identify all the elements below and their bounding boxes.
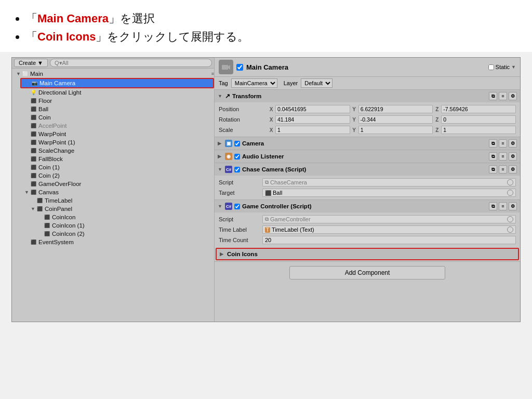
tree-item-main-camera[interactable]: 📷 Main Camera: [20, 78, 214, 88]
chase-script-label: Script: [219, 179, 260, 185]
gc-enabled-checkbox[interactable]: [234, 204, 240, 209]
camera-gear-btn[interactable]: ⚙: [509, 139, 517, 148]
coinpanel-children: ⬛ CoinIcon ⬛ CoinIcon (1) ⬛: [26, 213, 214, 238]
tag-select[interactable]: MainCamera: [231, 78, 277, 88]
gc-timecount-value: 20: [262, 236, 516, 244]
dir-light-icon: 💡: [30, 89, 37, 96]
camera-header[interactable]: ▶ ▣ Camera ⧉ ≡ ⚙: [215, 137, 520, 150]
gc-copy-btn[interactable]: ⧉: [489, 202, 497, 210]
camera-copy-btn[interactable]: ⧉: [489, 139, 497, 148]
coin-icons-row[interactable]: ▶ Coin Icons: [216, 248, 519, 260]
tree-item-coinicon1[interactable]: ⬛ CoinIcon (1): [34, 221, 214, 230]
gc-script-row: Script ⧉ GameController: [219, 214, 516, 224]
tree-item-coin1[interactable]: ⬛ Coin (1): [20, 163, 214, 171]
audio-enabled-checkbox[interactable]: [234, 154, 240, 159]
tree-item-coinicon[interactable]: ⬛ CoinIcon: [34, 213, 214, 221]
search-input[interactable]: [50, 59, 212, 67]
chase-gear-btn[interactable]: ⚙: [509, 165, 517, 174]
inspector-header: Main Camera Static ▼: [215, 58, 520, 77]
coinpanel-label: CoinPanel: [45, 206, 72, 212]
tree-item-warppoint[interactable]: ⬛ WarpPoint: [20, 130, 214, 138]
warppoint-icon: ⬛: [30, 130, 37, 138]
gc-gear-btn[interactable]: ⚙: [509, 202, 517, 210]
tree-item-eventsystem[interactable]: ⬛ EventSystem: [20, 238, 214, 246]
chase-script-value: ⧉ ChaseCamera: [262, 178, 516, 187]
scale-x-field[interactable]: [275, 126, 350, 134]
rot-z-field[interactable]: [441, 115, 516, 124]
audio-listener-component: ▶ ◉ Audio Listener ⧉ ≡ ⚙: [215, 150, 520, 163]
game-controller-header[interactable]: ▼ C# Game Controller (Script) ⧉ ≡ ⚙: [215, 200, 520, 212]
tree-item-dir-light[interactable]: 💡 Directional Light: [20, 88, 214, 97]
rot-y-field[interactable]: [358, 115, 433, 124]
camera-enabled-checkbox[interactable]: [234, 141, 240, 147]
floor-icon: ⬛: [30, 97, 37, 104]
tree-item-accelpoint[interactable]: ⬛ AccelPoint: [20, 122, 214, 130]
bullet-1-highlight: Main Camera: [37, 12, 109, 25]
audio-copy-btn[interactable]: ⧉: [489, 152, 497, 161]
audio-actions: ⧉ ≡ ⚙: [489, 152, 517, 161]
pos-z-field[interactable]: [441, 105, 516, 113]
tree-item-canvas[interactable]: ▼ ⬛ Canvas: [20, 188, 214, 196]
coinpanel-icon: ⬛: [36, 205, 43, 212]
rot-x-field[interactable]: [275, 115, 350, 124]
bullet-1: 「Main Camera」を選択: [26, 9, 516, 28]
root-icon: ⬜: [21, 70, 29, 77]
svg-rect-0: [222, 65, 228, 70]
gc-timelabel-circle[interactable]: [507, 227, 513, 233]
scale-y-field[interactable]: [358, 126, 433, 134]
bullet-1-suffix: 」を選択: [109, 12, 155, 25]
tree-item-timelabel[interactable]: ⬛ TimeLabel: [26, 196, 214, 205]
active-checkbox[interactable]: [236, 64, 243, 71]
gameobject-icon: [219, 60, 233, 74]
static-dropdown-icon[interactable]: ▼: [511, 64, 516, 70]
rotation-xyz: X Y Z: [268, 115, 516, 124]
scale-z-field[interactable]: [441, 126, 516, 134]
gc-script-circle[interactable]: [507, 216, 513, 222]
tree-item-gameoverfloor[interactable]: ⬛ GameOverFloor: [20, 180, 214, 188]
create-button[interactable]: Create ▼: [14, 59, 48, 67]
transform-copy-btn[interactable]: ⧉: [489, 92, 497, 100]
chase-actions: ⧉ ≡ ⚙: [489, 165, 517, 174]
camera-settings-btn[interactable]: ≡: [499, 139, 507, 148]
tree-item-scalechange[interactable]: ⬛ ScaleChange: [20, 147, 214, 155]
transform-settings-btn[interactable]: ≡: [499, 92, 507, 100]
add-component-button[interactable]: Add Component: [289, 266, 445, 280]
pos-y-field[interactable]: [358, 105, 433, 113]
chase-enabled-checkbox[interactable]: [234, 167, 240, 172]
position-row: Position X Y Z: [219, 104, 516, 114]
static-checkbox[interactable]: [488, 64, 494, 70]
transform-gear-btn[interactable]: ⚙: [509, 92, 517, 100]
add-component-container: Add Component: [215, 262, 520, 284]
tree-item-coinicon2[interactable]: ⬛ CoinIcon (2): [34, 230, 214, 238]
transform-header[interactable]: ▼ ↗ Transform ⧉ ≡ ⚙: [215, 90, 520, 102]
coin1-icon: ⬛: [30, 164, 37, 171]
coinicon-icon: ⬛: [43, 214, 50, 221]
chase-script-circle[interactable]: [507, 179, 513, 185]
audio-gear-btn[interactable]: ⚙: [509, 152, 517, 161]
audio-listener-header[interactable]: ▶ ◉ Audio Listener ⧉ ≡ ⚙: [215, 150, 520, 163]
pos-x-field[interactable]: [275, 105, 350, 113]
scalechange-label: ScaleChange: [38, 148, 74, 154]
tree-root[interactable]: ▼ ⬜ Main ≡: [12, 70, 214, 78]
tree-item-coinpanel[interactable]: ▼ ⬛ CoinPanel: [26, 205, 214, 213]
tree-item-coin2[interactable]: ⬛ Coin (2): [20, 171, 214, 180]
layer-select[interactable]: Default: [301, 78, 332, 88]
chase-copy-btn[interactable]: ⧉: [489, 165, 497, 174]
audio-label: Audio Listener: [242, 153, 284, 159]
chase-settings-btn[interactable]: ≡: [499, 165, 507, 174]
tree-item-fallblock[interactable]: ⬛ FallBlock: [20, 155, 214, 163]
chase-target-label: Target: [219, 190, 260, 196]
chase-target-circle[interactable]: [507, 190, 513, 196]
inspector-panel: Main Camera Static ▼ Tag MainCamera Laye…: [215, 58, 520, 322]
chase-script-row: Script ⧉ ChaseCamera: [219, 177, 516, 188]
scale-row: Scale X Y Z: [219, 125, 516, 135]
audio-settings-btn[interactable]: ≡: [499, 152, 507, 161]
tree-item-floor[interactable]: ⬛ Floor: [20, 97, 214, 105]
chase-camera-header[interactable]: ▼ C# Chase Camera (Script) ⧉ ≡ ⚙: [215, 163, 520, 176]
tree-item-coin[interactable]: ⬛ Coin: [20, 113, 214, 122]
coin-icons-label: Coin Icons: [227, 251, 258, 257]
tree-item-ball[interactable]: ⬛ Ball: [20, 105, 214, 113]
tree-item-warppoint1[interactable]: ⬛ WarpPoint (1): [20, 138, 214, 147]
gc-settings-btn[interactable]: ≡: [499, 202, 507, 210]
bullet-2-highlight: Coin Icons: [37, 30, 96, 43]
